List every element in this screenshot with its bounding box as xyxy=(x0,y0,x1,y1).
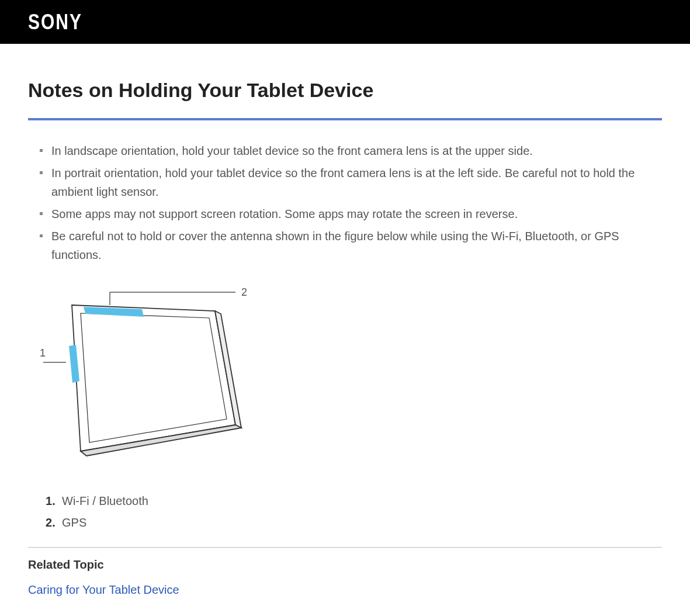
figure-callout-1: 1 xyxy=(40,347,46,359)
figure-legend: Wi-Fi / Bluetooth GPS xyxy=(28,494,662,530)
title-divider xyxy=(28,118,662,120)
figure-callout-2: 2 xyxy=(241,286,247,298)
site-header: SONY xyxy=(0,0,690,44)
related-topic-heading: Related Topic xyxy=(28,558,662,572)
notes-list: In landscape orientation, hold your tabl… xyxy=(28,141,662,264)
note-item: Be careful not to hold or cover the ante… xyxy=(40,227,662,264)
note-item: Some apps may not support screen rotatio… xyxy=(40,205,662,223)
page-title: Notes on Holding Your Tablet Device xyxy=(28,79,662,102)
section-divider xyxy=(28,547,662,548)
legend-item: GPS xyxy=(46,516,662,530)
main-content: Notes on Holding Your Tablet Device In l… xyxy=(0,44,690,608)
note-item: In landscape orientation, hold your tabl… xyxy=(40,141,662,160)
tablet-illustration-icon: 2 1 xyxy=(40,282,256,469)
note-item: In portrait orientation, hold your table… xyxy=(40,164,662,201)
legend-item: Wi-Fi / Bluetooth xyxy=(46,494,662,508)
related-topic-link[interactable]: Caring for Your Tablet Device xyxy=(28,583,179,596)
tablet-figure: 2 1 xyxy=(40,282,662,471)
sony-logo: SONY xyxy=(28,10,82,34)
